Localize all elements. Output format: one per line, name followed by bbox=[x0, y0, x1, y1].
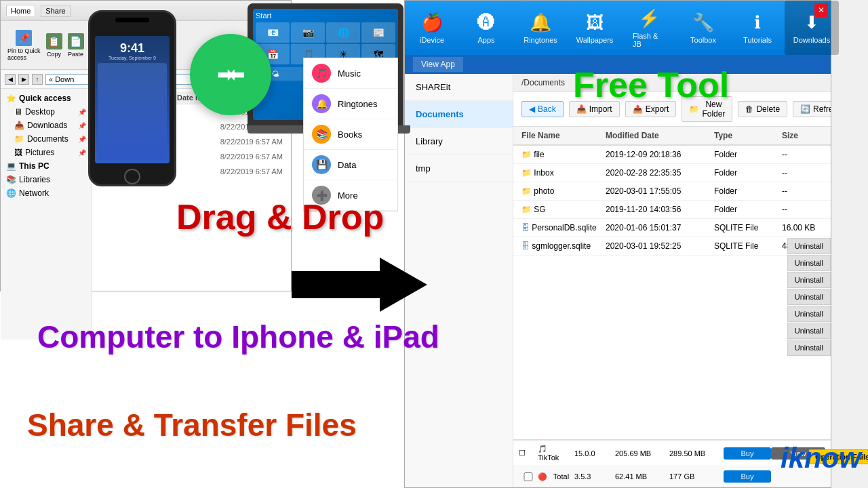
up-nav-btn[interactable]: ↑ bbox=[32, 74, 43, 85]
tiktok-buy-btn[interactable]: Buy bbox=[724, 447, 771, 460]
table-row-photo[interactable]: 📁 photo 2020-03-01 17:55:05 Folder -- bbox=[513, 182, 831, 201]
tutorials-icon: ℹ bbox=[754, 12, 761, 33]
tiktok-name: 🎵 TikTok bbox=[538, 445, 574, 462]
wallpapers-icon: 🖼 bbox=[586, 12, 604, 33]
ringtones-icon: 🔔 bbox=[530, 12, 551, 33]
sidebar-item-libraries[interactable]: 📚 Libraries bbox=[1, 173, 92, 186]
col-size: Size bbox=[782, 131, 823, 140]
total-buy-btn[interactable]: Buy bbox=[724, 470, 771, 483]
address-text: « Down bbox=[49, 75, 74, 83]
downloads-label: Downloads bbox=[27, 121, 67, 130]
tool-idevice[interactable]: 🍎 iDevice bbox=[405, 1, 459, 55]
type-personaldb: SQLITE File bbox=[714, 223, 782, 232]
share-transfer-text: Share & Transfer Files bbox=[27, 407, 357, 443]
tiktok-check[interactable]: ☐ bbox=[519, 449, 538, 458]
iknow-text: iknow bbox=[781, 442, 861, 474]
toolbox-label: Toolbox bbox=[690, 36, 716, 44]
back-btn[interactable]: ◀ Back bbox=[521, 101, 564, 117]
total-checkbox[interactable] bbox=[519, 472, 538, 481]
size-personaldb: 16.00 KB bbox=[782, 223, 823, 232]
col-modified: Modified Date bbox=[606, 131, 714, 140]
nav-library[interactable]: Library bbox=[405, 128, 513, 155]
tile-2[interactable]: 📷 bbox=[291, 22, 325, 43]
col-filename: File Name bbox=[521, 131, 606, 140]
delete-btn[interactable]: 🗑 Delete bbox=[738, 101, 787, 117]
quick-access-header[interactable]: ⭐ Quick access bbox=[1, 92, 92, 105]
file-icon-personaldb: 🗄 PersonalDB.sqlite bbox=[521, 223, 606, 232]
folder-icon-inbox: 📁 Inbox bbox=[521, 168, 606, 178]
free-tool-text: Free Tool bbox=[573, 64, 729, 105]
iphone-wallpaper bbox=[98, 63, 167, 161]
nav-documents[interactable]: Documents bbox=[405, 101, 513, 128]
tutorials-label: Tutorials bbox=[743, 36, 772, 44]
refresh-btn[interactable]: 🔄 Refresh bbox=[793, 101, 831, 117]
table-row-sg[interactable]: 📁 SG 2019-11-20 14:03:56 Folder -- bbox=[513, 201, 831, 219]
tile-4[interactable]: 📰 bbox=[361, 22, 395, 43]
sidebar-ringtones-item[interactable]: 🔔 Ringtones bbox=[304, 89, 397, 119]
back-nav-btn[interactable]: ◀ bbox=[5, 74, 16, 85]
tile-3[interactable]: 🌐 bbox=[326, 22, 360, 43]
forward-nav-btn[interactable]: ▶ bbox=[18, 74, 29, 85]
sidebar-item-network[interactable]: 🌐 Network bbox=[1, 186, 92, 200]
sidebar-item-this-pc[interactable]: 💻 This PC bbox=[1, 159, 92, 173]
size-photo: -- bbox=[782, 186, 823, 196]
export-icon: 📤 bbox=[633, 104, 643, 114]
view-app-button[interactable]: View App bbox=[413, 57, 463, 72]
nav-tmp[interactable]: tmp bbox=[405, 155, 513, 182]
flashjb-label: Flash & JB bbox=[633, 32, 665, 48]
pin-btn[interactable]: 📌 Pin to Quickaccess bbox=[6, 28, 42, 62]
iphone-time: 9:41 bbox=[120, 41, 144, 56]
close-button[interactable]: ✕ bbox=[814, 3, 828, 17]
ribbon-home-tab[interactable]: Home bbox=[6, 5, 35, 16]
music-app-icon: 🎵 bbox=[312, 64, 331, 83]
idevice-label: iDevice bbox=[420, 36, 444, 44]
sidebar-books-item[interactable]: 📚 Books bbox=[304, 119, 397, 150]
transfer-arrows: ➡ ⬅ bbox=[190, 34, 271, 115]
refresh-icon: 🔄 bbox=[800, 104, 810, 114]
table-row-inbox[interactable]: 📁 Inbox 2020-02-28 22:35:35 Folder -- bbox=[513, 164, 831, 182]
win10-header: Start bbox=[256, 12, 395, 20]
copy-btn[interactable]: 📋 Copy bbox=[45, 32, 64, 59]
tool-toolbox[interactable]: 🔧 Toolbox bbox=[676, 1, 730, 55]
new-folder-icon: 📁 bbox=[689, 104, 699, 114]
iphone-date: Tuesday, September 9 bbox=[108, 56, 156, 60]
downloads-pin-icon: 📌 bbox=[78, 122, 86, 129]
sidebar-item-downloads[interactable]: 📥 Downloads 📌 bbox=[1, 119, 92, 132]
total-download: 177 GB bbox=[669, 472, 724, 481]
iphone-home-btn[interactable] bbox=[124, 169, 140, 184]
type-inbox: Folder bbox=[714, 168, 782, 178]
table-row-personaldb[interactable]: 🗄 PersonalDB.sqlite 2020-01-06 15:01:37 … bbox=[513, 219, 831, 237]
tiktok-version: 15.0.0 bbox=[574, 449, 615, 458]
paste-btn[interactable]: 📄 Paste bbox=[66, 32, 85, 59]
modified-sg: 2019-11-20 14:03:56 bbox=[606, 205, 714, 214]
import-icon: 📥 bbox=[576, 104, 587, 114]
modified-file: 2019-12-09 20:18:36 bbox=[606, 150, 714, 159]
tiktok-icon: 🎵 bbox=[538, 445, 547, 453]
delete-icon: 🗑 bbox=[745, 104, 753, 114]
tool-apps[interactable]: 🅐 Apps bbox=[459, 1, 513, 55]
sidebar-music-item[interactable]: 🎵 Music bbox=[304, 58, 397, 89]
size-file: -- bbox=[782, 150, 823, 159]
table-row-file[interactable]: 📁 file 2019-12-09 20:18:36 Folder -- bbox=[513, 146, 831, 164]
tool-ringtones[interactable]: 🔔 Ringtones bbox=[513, 1, 568, 55]
computer-to-text: Computer to Iphone & iPad bbox=[37, 319, 439, 355]
sidebar-item-desktop[interactable]: 🖥 Desktop 📌 bbox=[1, 105, 92, 119]
wallpapers-label: Wallpapers bbox=[576, 36, 614, 44]
tool-tutorials[interactable]: ℹ Tutorials bbox=[730, 1, 785, 55]
computer-to-label: Computer to Iphone & iPad bbox=[37, 319, 439, 354]
sidebar-item-pictures[interactable]: 🖼 Pictures 📌 bbox=[1, 146, 92, 159]
sidebar-data-item[interactable]: 💾 Data bbox=[304, 150, 397, 180]
tool-wallpapers[interactable]: 🖼 Wallpapers bbox=[568, 1, 622, 55]
tool-downloads[interactable]: ⬇ Downloads bbox=[785, 1, 839, 55]
tool-flashjb[interactable]: ⚡ Flash & JB bbox=[622, 1, 676, 55]
table-row-sgmlogger[interactable]: 🗄 sgmlogger.sqlite 2020-03-01 19:52:25 S… bbox=[513, 237, 831, 256]
pictures-pin-icon: 📌 bbox=[78, 149, 86, 157]
nav-shareit[interactable]: SHAREit bbox=[405, 74, 513, 101]
ringtones-label: Ringtones bbox=[524, 36, 557, 44]
documents-folder-icon: 📁 bbox=[14, 134, 24, 144]
sidebar-item-documents[interactable]: 📁 Documents 📌 bbox=[1, 132, 92, 146]
delete-label: Delete bbox=[756, 104, 780, 114]
iphone-notch bbox=[115, 18, 149, 22]
ribbon-share-tab[interactable]: Share bbox=[41, 5, 70, 17]
app-content-area: SHAREit Documents Library tmp /Documents… bbox=[405, 74, 831, 487]
